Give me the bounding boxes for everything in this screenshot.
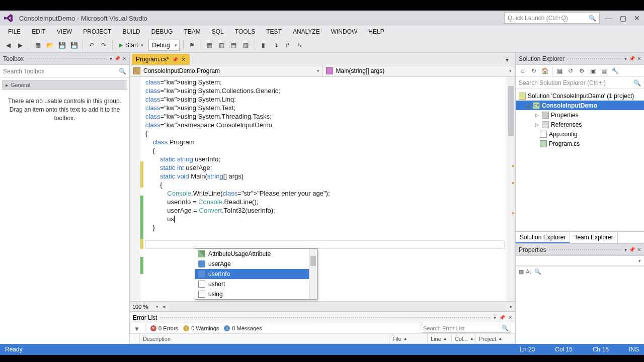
nav-back-button[interactable]: ◀ xyxy=(3,40,13,50)
close-icon[interactable]: ✕ xyxy=(508,315,512,320)
intellisense-item[interactable]: AttributeUsageAttribute xyxy=(195,249,317,259)
menu-team[interactable]: TEAM xyxy=(179,27,205,37)
se-tool-icon[interactable]: ↺ xyxy=(567,67,575,75)
quick-launch-input[interactable]: Quick Launch (Ctrl+Q) 🔍 xyxy=(504,13,600,24)
pin-icon[interactable]: 📌 xyxy=(499,315,505,320)
tree-references-node[interactable]: ▷References xyxy=(516,120,644,129)
redo-button[interactable]: ↷ xyxy=(99,40,109,50)
close-icon[interactable]: ✕ xyxy=(181,56,186,63)
tree-properties-node[interactable]: ▷Properties xyxy=(516,110,644,120)
tool-icon[interactable]: ↱ xyxy=(283,40,293,50)
intellisense-item[interactable]: userInfo xyxy=(195,269,317,279)
tool-icon[interactable]: ▥ xyxy=(217,40,227,50)
vertical-scrollbar[interactable] xyxy=(507,77,515,301)
pin-icon[interactable]: 📌 xyxy=(114,56,120,61)
solution-tree[interactable]: Solution 'ConsoleInputDemo' (1 project) … xyxy=(516,89,644,231)
new-project-button[interactable]: ▦ xyxy=(33,40,43,50)
tab-solution-explorer[interactable]: Solution Explorer xyxy=(516,232,570,243)
menu-build[interactable]: BUILD xyxy=(117,27,145,37)
se-tool-icon[interactable]: ↻ xyxy=(530,67,538,75)
tool-icon[interactable]: ▦ xyxy=(205,40,215,50)
se-tool-icon[interactable]: ▦ xyxy=(555,67,564,75)
pin-icon[interactable]: 📌 xyxy=(629,56,635,61)
menu-file[interactable]: FILE xyxy=(3,27,26,37)
toolbox-search-input[interactable]: Search Toolbox 🔍 xyxy=(0,65,129,78)
open-file-button[interactable]: 📂 xyxy=(45,40,55,50)
scroll-right-button[interactable]: ▸ xyxy=(508,303,515,310)
maximize-button[interactable]: ▢ xyxy=(619,14,627,22)
close-button[interactable]: ✕ xyxy=(633,14,641,22)
tool-icon[interactable]: ↴ xyxy=(271,40,281,50)
document-tab[interactable]: Program.cs* 📌 ✕ xyxy=(132,54,190,65)
filter-icon[interactable]: ▼ xyxy=(134,325,140,331)
props-tool-icon[interactable]: 🔍 xyxy=(534,268,541,342)
pin-icon[interactable]: 📌 xyxy=(629,247,635,252)
errors-filter[interactable]: ✕0 Errors xyxy=(150,325,178,331)
menu-help[interactable]: HELP xyxy=(363,27,389,37)
zoom-combo[interactable]: 100 %▾ xyxy=(130,304,160,310)
col-file[interactable]: File ▲ xyxy=(389,334,428,343)
menu-analyze[interactable]: ANALYZE xyxy=(288,27,325,37)
chevron-down-icon[interactable]: ▾ xyxy=(110,56,112,61)
tool-icon[interactable]: ▧ xyxy=(241,40,251,50)
se-tool-icon[interactable]: ▣ xyxy=(589,67,597,75)
menu-project[interactable]: PROJECT xyxy=(78,27,116,37)
tab-overflow-button[interactable]: ▾ xyxy=(502,55,512,65)
save-all-button[interactable]: 💾 xyxy=(69,40,79,50)
tree-programcs-node[interactable]: Program.cs xyxy=(516,139,644,148)
alpha-icon[interactable]: A↓ xyxy=(526,268,532,342)
tool-icon[interactable]: ▮ xyxy=(259,40,269,50)
home-button[interactable]: ⌂ xyxy=(519,67,527,75)
chevron-down-icon[interactable]: ▾ xyxy=(624,247,627,252)
col-project[interactable]: Project ▲ xyxy=(476,334,515,343)
categorized-icon[interactable]: ▦ xyxy=(519,268,524,342)
menu-test[interactable]: TEST xyxy=(261,27,287,37)
menu-sql[interactable]: SQL xyxy=(207,27,229,37)
scroll-left-button[interactable]: ◂ xyxy=(160,303,168,310)
menu-debug[interactable]: DEBUG xyxy=(146,27,178,37)
col-icon[interactable] xyxy=(130,334,140,343)
close-icon[interactable]: ✕ xyxy=(637,247,641,252)
horizontal-scrollbar[interactable] xyxy=(170,303,506,310)
save-button[interactable]: 💾 xyxy=(57,40,67,50)
config-combo[interactable]: Debug xyxy=(148,40,179,51)
home-icon[interactable]: 🏠 xyxy=(541,67,549,75)
messages-filter[interactable]: i0 Messages xyxy=(224,325,262,331)
code-editor[interactable]: class="kw">using System;class="kw">using… xyxy=(130,77,515,302)
tree-project-node[interactable]: ◢C#ConsoleInputDemo xyxy=(516,101,644,110)
warnings-filter[interactable]: !0 Warnings xyxy=(183,325,219,331)
se-tool-icon[interactable]: ▤ xyxy=(600,67,608,75)
col-line[interactable]: Line ▲ xyxy=(428,334,452,343)
tool-icon[interactable]: ⚑ xyxy=(187,40,197,50)
tool-icon[interactable]: ▤ xyxy=(229,40,239,50)
intellisense-item[interactable]: using xyxy=(195,289,317,299)
properties-combo[interactable]: ▾ xyxy=(516,256,644,266)
undo-button[interactable]: ↶ xyxy=(87,40,97,50)
tree-solution-node[interactable]: Solution 'ConsoleInputDemo' (1 project) xyxy=(516,91,644,101)
solution-search-input[interactable]: Search Solution Explorer (Ctrl+;) 🔍 xyxy=(516,77,644,89)
minimize-button[interactable]: — xyxy=(605,14,613,22)
member-nav-combo[interactable]: Main(string[] args)▾ xyxy=(323,65,515,76)
chevron-down-icon[interactable]: ▾ xyxy=(624,56,627,61)
toolbox-category[interactable]: ▸ General xyxy=(2,80,127,90)
intellisense-scrollbar[interactable] xyxy=(309,249,317,299)
tool-icon[interactable]: ↳ xyxy=(295,40,305,50)
pin-icon[interactable]: 📌 xyxy=(172,57,178,62)
menu-edit[interactable]: EDIT xyxy=(27,27,50,37)
type-nav-combo[interactable]: ConsoleInputDemo.Program▾ xyxy=(130,65,323,76)
col-description[interactable]: Description xyxy=(140,334,389,343)
intellisense-item[interactable]: userAge xyxy=(195,259,317,269)
se-tool-icon[interactable]: ⚙ xyxy=(578,67,586,75)
menu-window[interactable]: WINDOW xyxy=(326,27,363,37)
tree-appconfig-node[interactable]: App.config xyxy=(516,129,644,139)
nav-fwd-button[interactable]: ▶ xyxy=(15,40,25,50)
menu-view[interactable]: VIEW xyxy=(52,27,77,37)
col-col[interactable]: Col... ▲ xyxy=(452,334,476,343)
chevron-down-icon[interactable]: ▾ xyxy=(494,315,496,320)
error-search-input[interactable]: Search Error List🔍 xyxy=(421,324,511,333)
close-icon[interactable]: ✕ xyxy=(122,56,126,61)
tab-team-explorer[interactable]: Team Explorer xyxy=(570,232,617,243)
intellisense-item[interactable]: ushort xyxy=(195,279,317,289)
start-debug-button[interactable]: ▶Start▾ xyxy=(116,41,146,50)
menu-tools[interactable]: TOOLS xyxy=(230,27,260,37)
